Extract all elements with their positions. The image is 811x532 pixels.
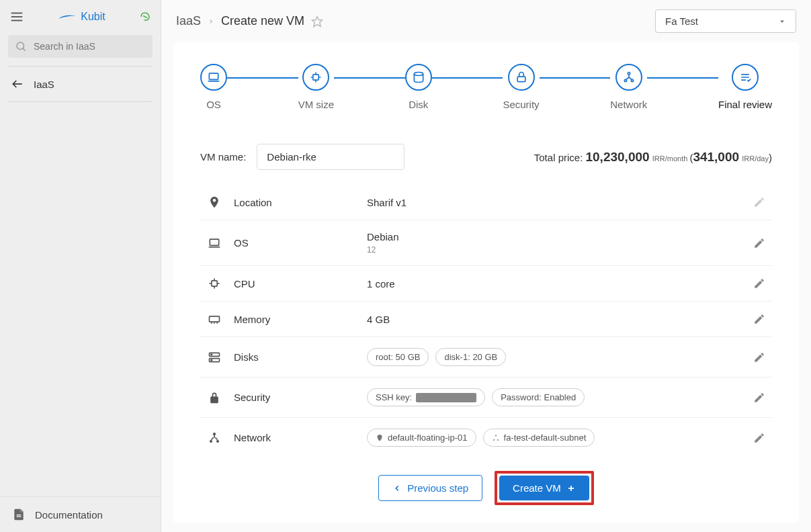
review-value: 1 core <box>367 278 741 290</box>
location-pin-icon <box>376 434 384 442</box>
review-label: Memory <box>234 314 355 325</box>
main-content: IaaS Create new VM Fa Test <box>161 0 811 532</box>
svg-point-40 <box>213 433 216 435</box>
laptop-icon <box>207 71 220 84</box>
edit-icon[interactable] <box>753 237 765 249</box>
brand-name: Kubit <box>81 11 105 23</box>
previous-step-button[interactable]: Previous step <box>378 475 482 501</box>
edit-icon[interactable] <box>753 313 765 325</box>
step-label: OS <box>206 99 221 110</box>
edit-icon[interactable] <box>753 351 765 363</box>
nav-back-iaas[interactable]: IaaS <box>0 71 161 97</box>
chevron-down-icon <box>778 17 786 26</box>
divider <box>8 66 153 66</box>
review-label: Security <box>234 392 355 403</box>
edit-icon[interactable] <box>753 277 765 290</box>
chevron-left-icon <box>392 484 402 493</box>
step-network[interactable]: Network <box>610 64 647 110</box>
search-input-wrapper[interactable] <box>8 35 153 58</box>
total-price: Total price: 10,230,000 IRR/month (341,0… <box>534 150 772 165</box>
step-label: Network <box>610 99 647 110</box>
svg-marker-8 <box>312 16 323 26</box>
svg-point-38 <box>211 354 212 355</box>
step-label: Security <box>503 99 539 110</box>
storage-icon <box>207 351 222 364</box>
divider <box>8 101 153 102</box>
review-row-disks: Disks root: 50 GB disk-1: 20 GB <box>200 337 772 378</box>
step-final-review[interactable]: Final review <box>718 64 772 110</box>
plus-icon <box>566 484 576 493</box>
svg-point-45 <box>497 439 499 441</box>
svg-rect-6 <box>17 515 22 515</box>
svg-point-41 <box>210 439 212 442</box>
svg-point-17 <box>414 73 423 76</box>
breadcrumb: IaaS Create new VM <box>176 14 323 28</box>
content-card: OS VM size Disk Security <box>173 42 799 523</box>
arrow-left-icon <box>11 77 24 91</box>
review-value: SSH key: Password: Enabled <box>367 388 741 406</box>
menu-icon[interactable] <box>9 9 24 24</box>
topbar: IaaS Create new VM Fa Test <box>161 0 811 42</box>
review-label: Location <box>234 197 355 208</box>
step-security[interactable]: Security <box>503 64 539 110</box>
disk-chip: root: 50 GB <box>367 348 429 366</box>
memory-icon <box>207 312 222 326</box>
ssh-key-chip: SSH key: <box>367 388 485 406</box>
svg-marker-9 <box>780 20 784 23</box>
list-check-icon <box>738 71 752 84</box>
svg-rect-32 <box>210 316 220 322</box>
cpu-icon <box>309 71 323 84</box>
svg-point-43 <box>495 435 497 436</box>
search-icon <box>15 40 27 52</box>
disk-icon <box>412 71 425 84</box>
step-os[interactable]: OS <box>200 64 227 110</box>
vm-name-label: VM name: <box>200 151 246 163</box>
documentation-label: Documentation <box>35 509 103 521</box>
breadcrumb-root[interactable]: IaaS <box>176 14 201 28</box>
documentation-link[interactable]: Documentation <box>0 496 161 532</box>
favorite-star-icon[interactable] <box>311 15 323 28</box>
edit-icon[interactable] <box>753 392 765 404</box>
lock-icon <box>515 71 528 84</box>
step-label: Disk <box>409 99 428 110</box>
sidebar: Kubit IaaS Documentation <box>0 0 161 532</box>
network-chip: fa-test-default-subnet <box>483 429 595 447</box>
project-select[interactable]: Fa Test <box>655 9 796 33</box>
network-icon <box>207 431 222 445</box>
step-disk[interactable]: Disk <box>405 64 432 110</box>
document-icon <box>12 508 26 521</box>
nav-back-label: IaaS <box>34 79 54 90</box>
step-label: VM size <box>298 99 334 110</box>
review-row-memory: Memory 4 GB <box>200 302 772 337</box>
review-label: Network <box>234 432 355 443</box>
review-label: Disks <box>234 351 355 363</box>
review-value: root: 50 GB disk-1: 20 GB <box>367 348 741 366</box>
svg-rect-25 <box>210 239 218 245</box>
search-input[interactable] <box>34 41 151 52</box>
svg-point-21 <box>631 79 633 81</box>
svg-rect-12 <box>313 75 318 80</box>
review-row-location: Location Sharif v1 <box>200 185 772 220</box>
svg-point-20 <box>624 79 626 81</box>
review-row-cpu: CPU 1 core <box>200 266 772 302</box>
network-icon <box>492 434 500 442</box>
review-row-os: OS Debian12 <box>200 220 772 266</box>
review-row-network: Network default-floating-ip-01 fa-test-d… <box>200 418 772 456</box>
svg-rect-27 <box>212 281 217 286</box>
review-value: Sharif v1 <box>367 197 741 208</box>
vm-name-input[interactable] <box>257 144 404 170</box>
svg-point-39 <box>211 359 212 361</box>
laptop-icon <box>207 236 222 250</box>
brand-logo[interactable]: Kubit <box>32 11 131 23</box>
review-value: Debian12 <box>367 231 741 255</box>
svg-rect-7 <box>17 517 22 517</box>
edit-icon[interactable] <box>753 432 765 444</box>
password-chip: Password: Enabled <box>492 388 585 406</box>
review-label: CPU <box>234 278 355 290</box>
step-vm-size[interactable]: VM size <box>298 64 334 110</box>
svg-point-19 <box>628 73 630 75</box>
edit-icon <box>753 196 765 208</box>
svg-rect-18 <box>517 77 525 82</box>
wizard-footer: Previous step Create VM <box>173 456 799 508</box>
create-vm-button[interactable]: Create VM <box>499 476 589 500</box>
